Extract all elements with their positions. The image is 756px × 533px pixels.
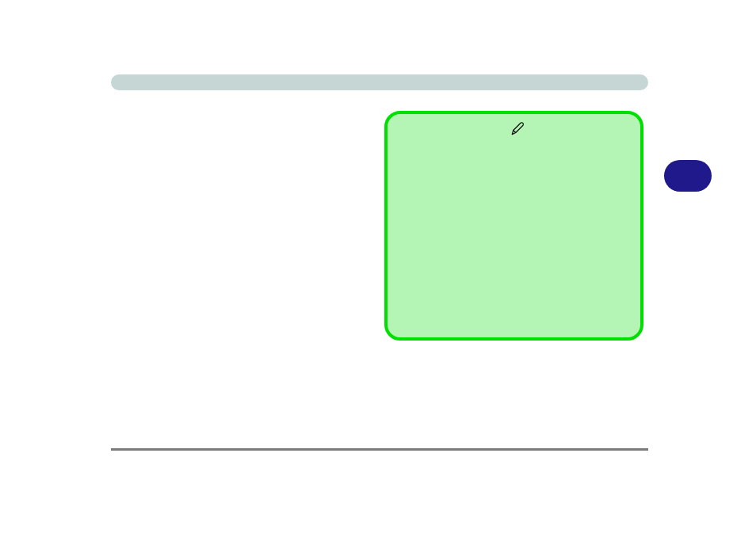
pen-icon[interactable] [510, 122, 525, 136]
top-bar [111, 74, 648, 90]
side-pill-button[interactable] [664, 160, 712, 192]
green-panel[interactable] [384, 111, 643, 341]
divider-line [111, 448, 648, 451]
